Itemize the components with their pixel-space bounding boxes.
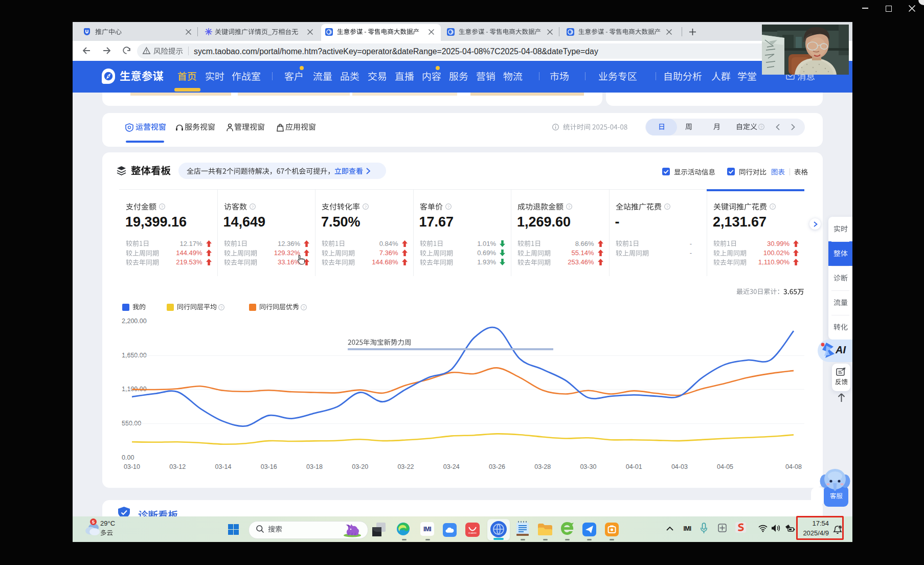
svg-text:?: ? <box>447 205 449 209</box>
svg-text:?: ? <box>760 125 763 129</box>
svg-text:HUAWEI: HUAWEI <box>468 532 477 534</box>
svg-text:?: ? <box>303 305 305 310</box>
svg-text:?: ? <box>220 305 223 310</box>
svg-text:?: ? <box>365 205 367 209</box>
svg-text:?: ? <box>251 205 254 209</box>
svg-text:?: ? <box>666 205 668 209</box>
svg-text:?: ? <box>568 205 571 209</box>
svg-text:?: ? <box>772 205 774 209</box>
svg-text:?: ? <box>161 205 164 209</box>
